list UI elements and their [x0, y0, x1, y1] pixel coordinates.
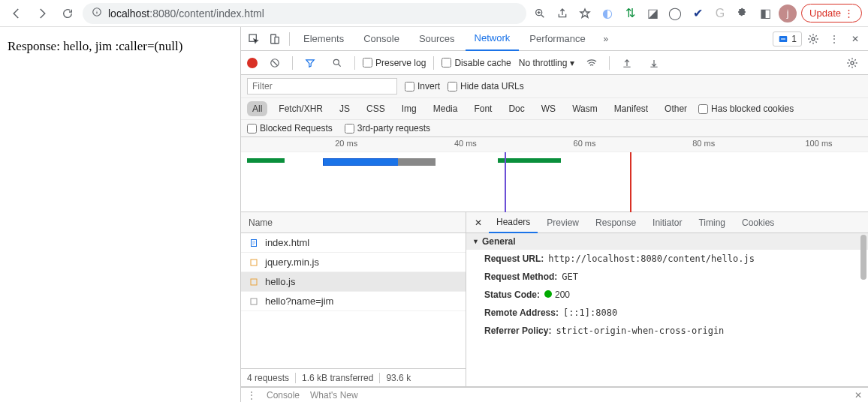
- preserve-log-checkbox[interactable]: Preserve log: [363, 58, 426, 68]
- svg-rect-11: [251, 260, 257, 266]
- close-devtools-icon[interactable]: ✕: [845, 29, 865, 49]
- drawer-bar: ⋮ Console What's New ✕: [241, 387, 868, 402]
- ext-icon-2[interactable]: ⇅: [621, 4, 639, 22]
- net-settings-icon[interactable]: [842, 53, 862, 73]
- type-font[interactable]: Font: [469, 101, 497, 116]
- request-row[interactable]: index.html: [241, 233, 466, 253]
- info-icon: [92, 7, 102, 20]
- ext-icon-7[interactable]: ◧: [756, 4, 774, 22]
- zoom-icon[interactable]: [531, 4, 549, 22]
- record-button[interactable]: [247, 58, 258, 68]
- status-code-value: 200: [544, 290, 570, 300]
- detail-tab-initiator[interactable]: Initiator: [645, 212, 689, 233]
- ext-icon-5[interactable]: ✔: [689, 4, 707, 22]
- disable-cache-checkbox[interactable]: Disable cache: [442, 58, 511, 68]
- request-row[interactable]: jquery.min.js: [241, 253, 466, 272]
- upload-icon[interactable]: [617, 53, 637, 73]
- name-column-header[interactable]: Name: [241, 212, 466, 233]
- type-css[interactable]: CSS: [361, 101, 390, 116]
- drawer-tab-whatsnew[interactable]: What's New: [310, 390, 358, 400]
- svg-point-6: [812, 38, 815, 40]
- more-tabs-icon[interactable]: »: [596, 29, 616, 49]
- detail-tab-response[interactable]: Response: [588, 212, 643, 233]
- type-fetchxhr[interactable]: Fetch/XHR: [273, 101, 328, 116]
- drawer-kebab-icon[interactable]: ⋮: [247, 390, 256, 400]
- share-icon[interactable]: [553, 4, 571, 22]
- type-manifest[interactable]: Manifest: [609, 101, 653, 116]
- request-row[interactable]: hello.js: [241, 272, 466, 292]
- back-button[interactable]: [6, 3, 27, 24]
- type-doc[interactable]: Doc: [503, 101, 529, 116]
- blocked-requests-checkbox[interactable]: Blocked Requests: [247, 123, 333, 134]
- network-timeline[interactable]: 20 ms 40 ms 60 ms 80 ms 100 ms: [241, 137, 868, 212]
- detail-tab-preview[interactable]: Preview: [539, 212, 586, 233]
- has-blocked-cookies-checkbox[interactable]: Has blocked cookies: [698, 104, 794, 114]
- close-detail-icon[interactable]: ✕: [469, 218, 487, 228]
- tab-performance[interactable]: Performance: [520, 27, 594, 51]
- search-icon[interactable]: [327, 53, 347, 73]
- request-row[interactable]: hello?name=jim: [241, 292, 466, 311]
- url-host: localhost: [108, 8, 149, 20]
- type-other[interactable]: Other: [659, 101, 692, 116]
- section-general[interactable]: General: [466, 233, 868, 250]
- filter-input[interactable]: [247, 78, 397, 94]
- address-bar[interactable]: localhost:8080/content/index.html: [83, 3, 526, 24]
- ext-icon-4[interactable]: ◯: [666, 4, 684, 22]
- ext-icon-1[interactable]: ◐: [598, 4, 616, 22]
- ext-icon-6[interactable]: G: [711, 4, 729, 22]
- filter-icon[interactable]: [300, 53, 320, 73]
- drawer-close-icon[interactable]: ✕: [854, 390, 862, 400]
- url-port: :8080: [149, 8, 176, 20]
- tab-console[interactable]: Console: [354, 27, 408, 51]
- tick-80ms: 80 ms: [692, 139, 715, 148]
- download-icon[interactable]: [644, 53, 664, 73]
- ext-icon-3[interactable]: ◪: [643, 4, 662, 22]
- type-js[interactable]: JS: [334, 101, 355, 116]
- extensions-icon[interactable]: [734, 4, 752, 22]
- wifi-icon[interactable]: [582, 53, 601, 73]
- type-media[interactable]: Media: [428, 101, 463, 116]
- tab-sources[interactable]: Sources: [410, 27, 464, 51]
- type-wasm[interactable]: Wasm: [567, 101, 603, 116]
- throttling-select[interactable]: No throttling▾: [519, 58, 575, 68]
- tab-network[interactable]: Network: [466, 27, 520, 51]
- drawer-tab-console[interactable]: Console: [267, 390, 300, 400]
- network-toolbar: Preserve log Disable cache No throttling…: [241, 51, 868, 75]
- devtools-tabbar: Elements Console Sources Network Perform…: [241, 27, 868, 51]
- type-img[interactable]: Img: [396, 101, 422, 116]
- forward-button[interactable]: [32, 3, 53, 24]
- svg-rect-13: [251, 298, 257, 304]
- type-all[interactable]: All: [247, 101, 267, 116]
- scrollbar[interactable]: [860, 235, 866, 280]
- third-party-checkbox[interactable]: 3rd-party requests: [345, 123, 430, 134]
- detail-tab-timing[interactable]: Timing: [691, 212, 733, 233]
- js-icon: [249, 257, 259, 268]
- settings-icon[interactable]: [803, 29, 823, 49]
- device-icon[interactable]: [265, 29, 285, 49]
- request-method-value: GET: [562, 272, 578, 282]
- doc-icon: [249, 238, 259, 248]
- js-icon: [249, 277, 259, 287]
- tick-60ms: 60 ms: [574, 139, 596, 148]
- inspect-icon[interactable]: [244, 29, 264, 49]
- filter-row: Invert Hide data URLs: [241, 75, 868, 98]
- tab-elements[interactable]: Elements: [294, 27, 353, 51]
- request-url-value: http://localhost:8080/content/hello.js: [548, 254, 755, 264]
- detail-tab-cookies[interactable]: Cookies: [734, 212, 782, 233]
- svg-point-8: [333, 59, 339, 64]
- star-icon[interactable]: [576, 4, 594, 22]
- type-ws[interactable]: WS: [536, 101, 561, 116]
- invert-checkbox[interactable]: Invert: [405, 81, 440, 92]
- svg-rect-4: [275, 37, 279, 44]
- page-content: Response: hello, jim :caller=(null): [0, 27, 240, 402]
- hide-data-urls-checkbox[interactable]: Hide data URLs: [448, 81, 524, 92]
- clear-icon[interactable]: [265, 53, 285, 73]
- profile-avatar[interactable]: j: [779, 4, 797, 22]
- kebab-icon[interactable]: ⋮: [824, 29, 844, 49]
- detail-tab-headers[interactable]: Headers: [489, 212, 538, 233]
- reload-button[interactable]: [57, 3, 78, 24]
- issues-badge[interactable]: 1: [773, 32, 802, 46]
- tick-100ms: 100 ms: [806, 139, 833, 148]
- svg-point-9: [851, 62, 854, 64]
- update-button[interactable]: Update⋮: [801, 4, 862, 22]
